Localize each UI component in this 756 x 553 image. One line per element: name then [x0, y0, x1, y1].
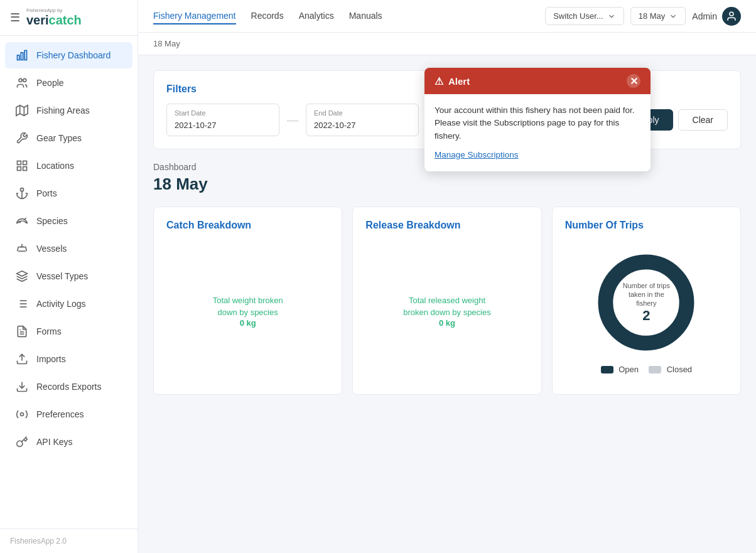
donut-legend: Open Closed [601, 365, 693, 374]
end-date-input[interactable] [314, 121, 411, 130]
svg-point-26 [730, 12, 733, 16]
topnav-fishery-management[interactable]: Fishery Management [153, 8, 236, 24]
sidebar-item-gear-types-label: Gear Types [36, 133, 82, 143]
svg-point-12 [21, 188, 24, 191]
sidebar-item-fishing-areas-label: Fishing Areas [36, 105, 90, 115]
svg-rect-11 [23, 167, 27, 171]
preferences-icon [15, 407, 29, 421]
svg-marker-5 [16, 105, 28, 116]
app-version: FisheriesApp 2.0 [10, 537, 67, 545]
start-date-input[interactable] [175, 121, 271, 130]
catch-breakdown-label: Total weight brokendown by species [213, 295, 283, 318]
svg-point-4 [23, 78, 26, 82]
end-date-label: End Date [314, 109, 411, 117]
release-breakdown-label: Total released weightbroken down by spec… [403, 295, 490, 318]
sidebar-item-activity-logs[interactable]: Activity Logs [5, 291, 132, 317]
legend-open-dot [601, 366, 613, 373]
manage-subscriptions-link[interactable]: Manage Subscriptions [435, 149, 640, 161]
filter-separator: — [287, 114, 298, 127]
sidebar-item-vessels-label: Vessels [36, 244, 67, 254]
sidebar-item-vessel-types[interactable]: Vessel Types [5, 263, 132, 289]
hamburger-icon[interactable]: ☰ [10, 11, 20, 24]
sidebar-item-api-keys-label: API Keys [36, 437, 73, 447]
sidebar-item-locations[interactable]: Locations [5, 153, 132, 179]
legend-closed-label: Closed [667, 365, 692, 374]
locations-icon [15, 159, 29, 173]
svg-rect-1 [21, 53, 23, 60]
topnav-records[interactable]: Records [251, 8, 284, 24]
svg-rect-8 [18, 161, 21, 165]
sidebar-item-species[interactable]: Species [5, 208, 132, 234]
sidebar-item-preferences[interactable]: Preferences [5, 401, 132, 427]
topnav-manuals[interactable]: Manuals [349, 8, 382, 24]
svg-point-3 [19, 78, 22, 82]
alert-warning-icon: ⚠ [435, 75, 443, 87]
activity-logs-icon [15, 297, 29, 311]
alert-message: Your account within this fishery has not… [435, 105, 634, 141]
topnav-right: Switch User... 18 May Admin [545, 7, 741, 26]
alert-body: Your account within this fishery has not… [424, 94, 651, 171]
switch-user-button[interactable]: Switch User... [545, 7, 624, 25]
release-breakdown-body: Total released weightbroken down by spec… [365, 241, 528, 382]
start-date-label: Start Date [175, 109, 271, 117]
sidebar-item-preferences-label: Preferences [36, 409, 84, 419]
sidebar-nav: Fishery Dashboard People Fishing Areas G… [0, 36, 138, 529]
sidebar-item-imports[interactable]: Imports [5, 346, 132, 372]
alert-title: Alert [448, 76, 470, 87]
alert-header: ⚠ Alert ✕ [424, 68, 651, 94]
svg-rect-10 [18, 167, 21, 171]
alert-overlay: ⚠ Alert ✕ Your account within this fishe… [424, 68, 651, 171]
logo-small: FisheriesApp by [26, 8, 62, 13]
main-content: Fishery Management Records Analytics Man… [138, 0, 756, 553]
sidebar-item-vessel-types-label: Vessel Types [36, 271, 88, 281]
end-date-field[interactable]: End Date [306, 104, 419, 136]
sidebar-header: ☰ FisheriesApp by vericatch [0, 0, 138, 36]
sidebar-item-api-keys[interactable]: API Keys [5, 429, 132, 455]
sidebar-item-gear-types[interactable]: Gear Types [5, 125, 132, 151]
number-of-trips-card: Number Of Trips Number of trips taken in… [552, 207, 741, 395]
sidebar-item-species-label: Species [36, 216, 68, 226]
sidebar-item-people[interactable]: People [5, 70, 132, 96]
catch-breakdown-title: Catch Breakdown [166, 220, 329, 231]
alert-close-button[interactable]: ✕ [627, 74, 640, 88]
sidebar-item-records-exports[interactable]: Records Exports [5, 373, 132, 400]
start-date-field[interactable]: Start Date [166, 104, 279, 136]
sidebar: ☰ FisheriesApp by vericatch Fishery Dash… [0, 0, 138, 553]
forms-icon [15, 325, 29, 338]
date-selector[interactable]: 18 May [630, 7, 686, 25]
donut-chart: Number of trips taken in the fishery 2 [593, 249, 699, 356]
topnav-analytics[interactable]: Analytics [299, 8, 334, 24]
sidebar-item-forms[interactable]: Forms [5, 318, 132, 345]
fish-icon [15, 214, 29, 228]
admin-section[interactable]: Admin [692, 7, 741, 26]
sidebar-item-people-label: People [36, 78, 64, 88]
clear-button[interactable]: Clear [678, 109, 728, 131]
top-navigation: Fishery Management Records Analytics Man… [138, 0, 756, 33]
sidebar-item-fishery-dashboard[interactable]: Fishery Dashboard [5, 42, 132, 68]
catch-breakdown-value: 0 kg [240, 318, 256, 328]
sidebar-item-fishing-areas[interactable]: Fishing Areas [5, 97, 132, 124]
logo-main: vericatch [26, 13, 82, 28]
cards-grid: Catch Breakdown Total weight brokendown … [153, 207, 741, 395]
catch-breakdown-body: Total weight brokendown by species 0 kg [166, 241, 329, 382]
sidebar-item-vessels[interactable]: Vessels [5, 235, 132, 262]
gear-icon [15, 131, 29, 145]
sidebar-item-activity-logs-label: Activity Logs [36, 299, 86, 309]
release-breakdown-value: 0 kg [439, 318, 455, 328]
subheader: 18 May [138, 33, 756, 55]
sidebar-item-ports-label: Ports [36, 188, 57, 198]
donut-container: Number of trips taken in the fishery 2 O… [565, 241, 728, 382]
catch-breakdown-card: Catch Breakdown Total weight brokendown … [153, 207, 342, 395]
legend-open-label: Open [618, 365, 639, 374]
sidebar-item-ports[interactable]: Ports [5, 180, 132, 207]
legend-open: Open [601, 365, 639, 374]
anchor-icon [15, 186, 29, 200]
release-breakdown-title: Release Breakdown [365, 220, 528, 231]
donut-center-label: Number of trips taken in the fishery [621, 281, 671, 308]
subheader-date: 18 May [153, 39, 180, 48]
sidebar-item-fishery-dashboard-label: Fishery Dashboard [36, 50, 111, 60]
svg-rect-0 [18, 55, 19, 60]
sidebar-item-imports-label: Imports [36, 354, 66, 364]
logo-container: FisheriesApp by vericatch [26, 8, 82, 28]
admin-avatar [722, 7, 741, 26]
